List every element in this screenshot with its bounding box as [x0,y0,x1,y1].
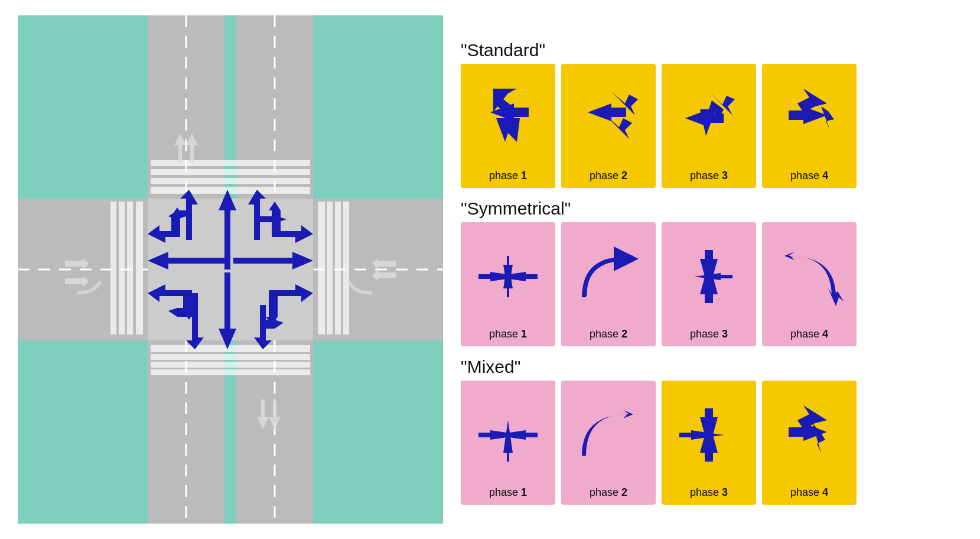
standard-phase2-label: phase 2 [590,170,627,182]
intersection-diagram [18,15,443,524]
standard-phase1-card: phase 1 [461,64,555,188]
sym-phase1-card: phase 1 [461,222,555,346]
mixed-phase4-card: phase 4 [762,381,857,505]
svg-rect-20 [127,202,133,335]
svg-rect-17 [151,362,310,368]
svg-marker-48 [496,118,520,142]
mixed-phase4-label: phase 4 [790,486,828,499]
standard-phase2-card: phase 2 [561,64,656,188]
svg-rect-26 [343,202,349,335]
svg-rect-22 [110,202,116,335]
mixed-phase1-card: phase 1 [461,381,555,505]
svg-rect-25 [335,202,341,335]
svg-rect-19 [136,202,143,335]
svg-rect-18 [151,369,310,375]
right-panel: "Standard" phase 1 [461,34,962,505]
svg-rect-24 [327,202,333,335]
sym-phase2-card: phase 2 [561,222,656,346]
svg-rect-12 [151,178,310,184]
symmetrical-phases: phase 1 [461,222,962,346]
mixed-phase2-label: phase 2 [590,486,627,499]
mixed-phase3-card: phase 3 [662,381,756,505]
svg-marker-57 [789,106,827,124]
standard-phase4-label: phase 4 [790,170,828,182]
standard-phases: phase 1 phase 2 [461,64,962,188]
sym-phase1-label: phase 1 [489,328,527,340]
svg-marker-73 [797,405,827,429]
standard-title: "Standard" [461,40,962,60]
svg-marker-75 [812,423,825,453]
mixed-section: "Mixed" phase 1 [461,357,962,505]
svg-marker-51 [605,115,632,139]
svg-marker-66 [828,288,844,306]
svg-marker-50 [588,103,626,121]
sym-phase3-label: phase 3 [690,328,728,340]
svg-rect-13 [151,169,310,175]
svg-rect-23 [318,202,325,335]
svg-rect-11 [151,187,310,194]
standard-phase3-card: phase 3 [662,64,756,188]
svg-marker-58 [821,106,834,130]
svg-marker-65 [694,273,732,280]
mixed-title: "Mixed" [461,357,962,377]
svg-rect-14 [151,160,310,166]
symmetrical-section: "Symmetrical" phase 1 [461,199,962,346]
sym-phase4-card: phase 4 [762,222,857,346]
mixed-phase3-label: phase 3 [690,486,728,499]
standard-section: "Standard" phase 1 [461,40,962,188]
sym-phase2-label: phase 2 [590,328,627,340]
svg-marker-67 [503,420,513,462]
svg-rect-15 [151,345,310,352]
svg-marker-71 [679,430,724,440]
standard-phase4-card: phase 4 [762,64,857,188]
mixed-phases: phase 1 phase 2 [461,381,962,505]
standard-phase3-label: phase 3 [690,170,728,182]
svg-rect-16 [151,354,310,360]
sym-phase4-label: phase 4 [790,328,828,340]
sym-phase3-card: phase 3 [662,222,756,346]
standard-phase1-label: phase 1 [489,170,527,182]
symmetrical-title: "Symmetrical" [461,199,962,219]
mixed-phase1-label: phase 1 [489,486,527,499]
mixed-phase2-card: phase 2 [561,381,656,505]
svg-rect-21 [119,202,125,335]
